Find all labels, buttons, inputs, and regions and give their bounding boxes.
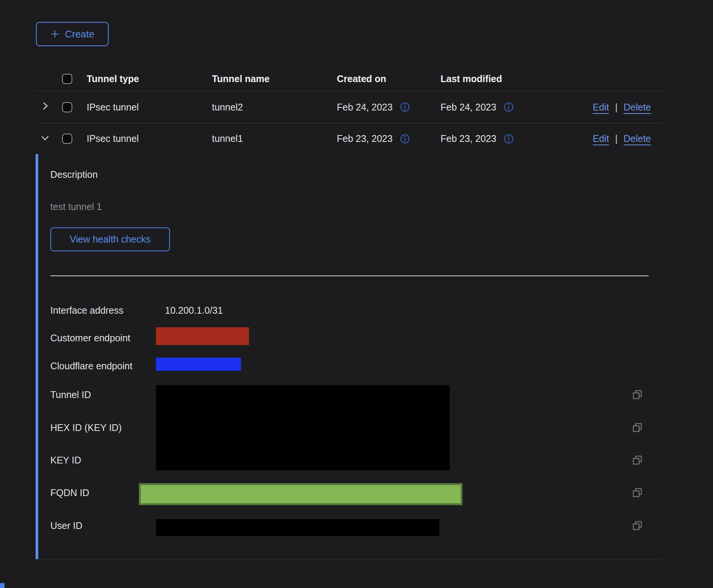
description-label: Description — [50, 169, 98, 180]
copy-tunnel-id-button[interactable] — [632, 389, 643, 400]
last-modified-value: Feb 23, 2023 — [441, 133, 496, 144]
col-header-last-modified: Last modified — [441, 73, 549, 84]
edit-link[interactable]: Edit — [593, 102, 609, 113]
copy-key-id-button[interactable] — [632, 455, 643, 465]
table-row: IPsec tunnel tunnel2 Feb 24, 2023 Feb 24… — [36, 91, 663, 123]
create-button[interactable]: Create — [36, 22, 109, 46]
action-separator: | — [615, 102, 618, 113]
copy-icon — [632, 493, 643, 499]
copy-icon — [632, 526, 643, 532]
col-header-tunnel-type: Tunnel type — [87, 73, 212, 84]
customer-endpoint-redacted-value — [156, 327, 249, 345]
tunnel-id-label: Tunnel ID — [50, 389, 91, 400]
plus-icon — [50, 29, 60, 39]
view-health-checks-button[interactable]: View health checks — [50, 227, 170, 251]
delete-link[interactable]: Delete — [624, 133, 651, 144]
info-circle-icon[interactable] — [504, 102, 514, 112]
last-modified-value: Feb 24, 2023 — [441, 102, 496, 113]
info-circle-icon[interactable] — [504, 134, 514, 144]
user-id-redacted-value — [156, 519, 439, 536]
row-checkbox[interactable] — [62, 134, 72, 144]
row-actions: Edit | Delete — [593, 133, 663, 144]
action-separator: | — [615, 133, 618, 144]
table-row: IPsec tunnel tunnel1 Feb 23, 2023 Feb 23… — [36, 123, 663, 154]
table-header-row: Tunnel type Tunnel name Created on Last … — [36, 67, 663, 91]
copy-icon — [632, 428, 643, 434]
copy-user-id-button[interactable] — [632, 520, 643, 531]
delete-link[interactable]: Delete — [624, 102, 651, 113]
chevron-right-icon — [40, 101, 50, 113]
copy-fqdn-id-button[interactable] — [632, 487, 643, 498]
created-on-value: Feb 23, 2023 — [337, 133, 392, 144]
fqdn-id-label: FQDN ID — [50, 487, 89, 498]
created-on-cell: Feb 24, 2023 — [337, 102, 441, 113]
created-on-cell: Feb 23, 2023 — [337, 133, 441, 144]
copy-hex-id-button[interactable] — [632, 422, 643, 433]
hex-id-label: HEX ID (KEY ID) — [50, 422, 121, 433]
last-modified-cell: Feb 23, 2023 — [441, 133, 549, 144]
key-id-label: KEY ID — [50, 454, 81, 466]
fqdn-id-redacted-value — [139, 483, 462, 505]
expand-row-button[interactable] — [40, 101, 61, 113]
chevron-down-icon — [40, 133, 50, 145]
tunnel-type-cell: IPsec tunnel — [87, 102, 212, 113]
edit-link[interactable]: Edit — [593, 133, 609, 144]
last-modified-cell: Feb 24, 2023 — [441, 102, 549, 113]
tunnel-type-cell: IPsec tunnel — [87, 133, 212, 144]
tunnels-table: Tunnel type Tunnel name Created on Last … — [36, 67, 663, 154]
row-checkbox[interactable] — [62, 102, 72, 112]
created-on-value: Feb 24, 2023 — [337, 102, 392, 113]
col-header-tunnel-name: Tunnel name — [212, 73, 337, 84]
interface-address-label: Interface address — [50, 305, 123, 316]
collapse-row-button[interactable] — [40, 133, 61, 145]
tunnel-name-cell: tunnel2 — [212, 102, 337, 113]
tunnel-name-cell: tunnel1 — [212, 133, 337, 144]
info-circle-icon[interactable] — [400, 134, 410, 144]
row-actions: Edit | Delete — [593, 102, 663, 113]
customer-endpoint-label: Customer endpoint — [50, 332, 130, 344]
info-circle-icon[interactable] — [400, 102, 410, 112]
section-divider — [50, 275, 649, 276]
col-header-created-on: Created on — [337, 73, 441, 84]
id-group-redacted-values — [156, 385, 450, 470]
description-value: test tunnel 1 — [50, 201, 102, 212]
select-all-checkbox[interactable] — [62, 74, 72, 84]
create-button-label: Create — [65, 28, 94, 40]
cloudflare-endpoint-redacted-value — [156, 358, 241, 371]
corner-fragment — [0, 583, 5, 588]
copy-icon — [632, 395, 643, 401]
tunnel-detail-panel: Description test tunnel 1 View health ch… — [36, 154, 663, 559]
cloudflare-endpoint-label: Cloudflare endpoint — [50, 360, 132, 372]
user-id-label: User ID — [50, 520, 83, 531]
copy-icon — [632, 460, 643, 467]
interface-address-value: 10.200.1.0/31 — [165, 305, 223, 316]
